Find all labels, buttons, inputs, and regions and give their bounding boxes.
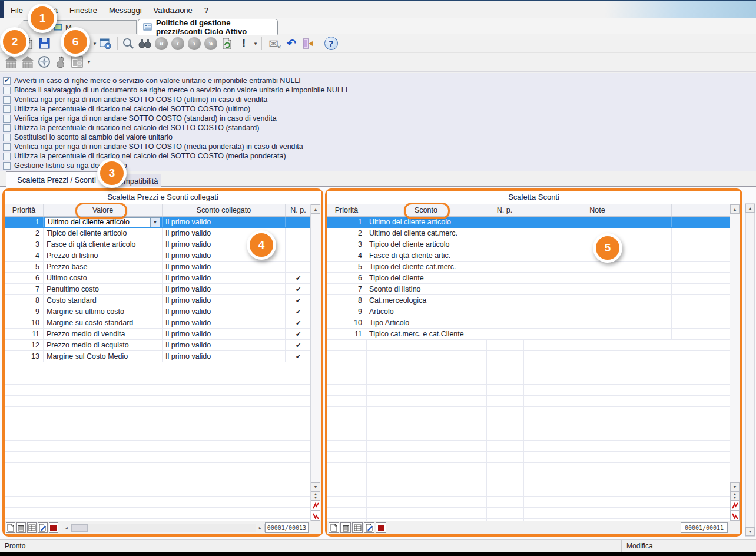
menu-help[interactable]: ? <box>198 4 214 17</box>
table-row[interactable]: 1 Ultimo del cliente articolo ▾ Il primo… <box>5 217 311 228</box>
checkbox-verifica-ultimo[interactable] <box>3 96 11 104</box>
table-row[interactable]: 5 Prezzo base Il primo valido <box>5 262 311 273</box>
grid-view-button[interactable] <box>352 522 363 533</box>
hscroll-right-icon[interactable]: ▸ <box>256 524 264 532</box>
table-row[interactable]: 10 Tipo Articolo <box>327 317 730 329</box>
nav-next-button[interactable]: › <box>187 36 202 51</box>
zoom-button[interactable] <box>121 36 136 51</box>
window-options-button[interactable] <box>98 36 113 51</box>
exit-button[interactable] <box>300 36 316 51</box>
col-np[interactable]: N. p. <box>286 204 311 216</box>
new-row-button[interactable] <box>329 522 339 533</box>
scroll-up-icon[interactable]: ▲ <box>311 204 320 214</box>
edit-document-button[interactable] <box>364 522 374 533</box>
send-mail-button[interactable]: ✉ ✕ <box>265 36 283 51</box>
col-sconto-collegato[interactable]: Sconto collegato <box>163 204 286 216</box>
reload-rows-button[interactable] <box>311 511 320 521</box>
find-button[interactable] <box>137 36 152 51</box>
new-row-button[interactable] <box>6 522 15 533</box>
table-row[interactable]: 8 Cat.merceologica <box>327 295 730 306</box>
reload-rows-button[interactable] <box>730 511 740 521</box>
checkbox-avverti[interactable]: ✔ <box>3 77 11 85</box>
save-button[interactable] <box>37 36 52 51</box>
checkbox-verifica-standard[interactable] <box>3 115 11 123</box>
table-row[interactable]: 11 Tipico cat.merc. e cat.Cliente <box>327 329 730 340</box>
red-list-button[interactable] <box>376 522 386 533</box>
checkbox-ricarico-ultimo[interactable] <box>3 105 11 113</box>
tab-politiche[interactable]: Politiche di gestione prezzi/sconti Cicl… <box>138 19 278 35</box>
row-note <box>523 262 672 272</box>
nav-first-button[interactable]: « <box>154 36 169 51</box>
menu-messaggi[interactable]: Messaggi <box>103 4 148 17</box>
table-row[interactable]: 6 Ultimo costo Il primo valido ✔ <box>5 273 311 284</box>
chevron-down-icon[interactable]: ▾ <box>150 218 160 227</box>
menu-validazione[interactable]: Validazione <box>148 4 198 17</box>
checkbox-blocca[interactable] <box>3 87 11 94</box>
table-row[interactable]: 11 Prezzo medio di vendita Il primo vali… <box>5 329 311 340</box>
table-row[interactable]: 10 Margine su costo standard Il primo va… <box>5 317 311 329</box>
archive-table-button[interactable] <box>4 54 19 70</box>
table-row[interactable]: 7 Sconto di listino <box>327 284 730 295</box>
row-step-buttons[interactable]: ▲▼ <box>730 491 740 501</box>
nav-last-button[interactable]: » <box>203 36 218 51</box>
col-priorita[interactable]: Priorità <box>5 204 44 216</box>
edit-document-button[interactable] <box>38 522 47 533</box>
table-row[interactable]: 2 Ultimo del cliente cat.merc. <box>327 228 730 239</box>
archive-table-2-button[interactable] <box>20 54 35 70</box>
checkbox-ricarico-media[interactable] <box>3 153 11 160</box>
table-row[interactable]: 8 Costo standard Il primo valido ✔ <box>5 295 311 306</box>
table-row[interactable]: 4 Fasce di qtà cliente artic. <box>327 250 730 262</box>
table-row[interactable]: 3 Tipico del cliente articolo <box>327 239 730 250</box>
undo-button[interactable]: ↶ <box>284 36 299 51</box>
left-horizontal-scrollbar[interactable]: ◂ ▸ <box>62 524 265 532</box>
col-np[interactable]: N. p. <box>486 204 523 216</box>
menu-file[interactable]: File <box>5 4 29 17</box>
table-row[interactable]: 13 Margine sul Costo Medio Il primo vali… <box>5 351 311 362</box>
row-priority: 10 <box>327 317 366 328</box>
grid-view-button[interactable] <box>27 522 37 533</box>
table-row[interactable]: 6 Tipico del cliente <box>327 273 730 284</box>
layout-view-button[interactable] <box>69 54 85 70</box>
menu-finestre[interactable]: Finestre <box>64 4 103 17</box>
navigator-button[interactable] <box>37 54 52 70</box>
red-list-button[interactable] <box>49 522 58 533</box>
help-button[interactable]: ? <box>323 36 339 51</box>
refresh-rows-button[interactable] <box>730 501 740 511</box>
table-row[interactable]: 5 Tipico del cliente cat.merc. <box>327 262 730 273</box>
table-row[interactable]: 12 Prezzo medio di acquisto Il primo val… <box>5 340 311 351</box>
tab-scaletta-prezzi-sconti[interactable]: Scaletta Prezzi / Sconti <box>6 171 107 187</box>
layout-dropdown-caret-icon[interactable]: ▾ <box>86 59 92 65</box>
hscroll-left-icon[interactable]: ◂ <box>62 524 71 532</box>
validate-button[interactable]: ! <box>236 36 251 51</box>
table-row[interactable]: 9 Margine su ultimo costo Il primo valid… <box>5 306 311 317</box>
table-row[interactable]: 9 Articolo <box>327 306 730 317</box>
scroll-down-icon[interactable]: ▼ <box>730 482 740 491</box>
pelican-button[interactable] <box>53 54 68 70</box>
refresh-rows-button[interactable] <box>311 501 320 511</box>
table-row[interactable]: 7 Penultimo costo Il primo valido ✔ <box>5 284 311 295</box>
nav-prev-button[interactable]: ‹ <box>170 36 185 51</box>
col-priorita[interactable]: Priorità <box>327 204 366 216</box>
delete-row-button[interactable] <box>16 522 26 533</box>
validate-dropdown-caret-icon[interactable]: ▾ <box>253 41 258 47</box>
col-extra[interactable] <box>672 204 730 216</box>
search-dropdown-caret-icon[interactable]: ▾ <box>92 41 98 47</box>
scroll-up-icon[interactable]: ▲ <box>730 204 740 214</box>
refresh-document-button[interactable] <box>220 36 235 51</box>
checkbox-gestione-listino[interactable] <box>3 162 11 170</box>
col-note[interactable]: Note <box>523 204 672 216</box>
checkbox-sostituisci-sconto[interactable] <box>3 134 11 141</box>
delete-row-button[interactable] <box>340 522 351 533</box>
left-vertical-scrollbar[interactable]: ▲ ▼ ▲▼ <box>310 204 321 521</box>
right-vertical-scrollbar[interactable]: ▲ ▼ ▲▼ <box>730 204 740 521</box>
scroll-down-icon[interactable]: ▼ <box>311 482 320 491</box>
row-extra <box>672 262 730 272</box>
scroll-up-icon[interactable]: ▲ <box>745 204 755 213</box>
page-vertical-scrollbar[interactable]: ▲ ▼ <box>745 203 755 537</box>
checkbox-verifica-media[interactable] <box>3 143 11 151</box>
hscroll-thumb[interactable] <box>71 524 88 532</box>
table-row[interactable]: 1 Ultimo del cliente articolo <box>327 217 730 228</box>
row-step-buttons[interactable]: ▲▼ <box>311 491 320 501</box>
checkbox-ricarico-standard[interactable] <box>3 124 11 132</box>
scroll-down-icon[interactable]: ▼ <box>745 527 755 536</box>
